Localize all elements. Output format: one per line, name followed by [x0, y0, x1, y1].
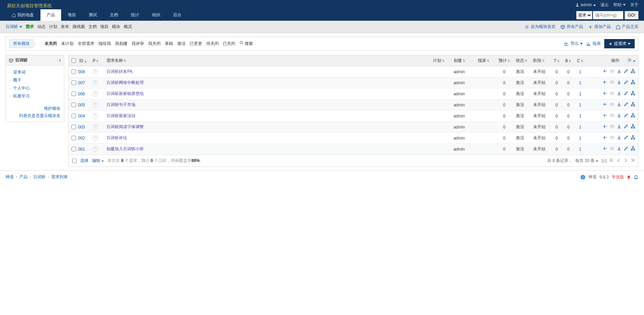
action-subdivide[interactable] — [631, 135, 635, 141]
action-change[interactable] — [603, 69, 608, 75]
col-plan[interactable]: 计划⇅ — [430, 55, 451, 66]
col-status[interactable]: 状态⇅ — [513, 55, 530, 66]
main-nav-tab-test[interactable]: 测试 — [83, 9, 104, 21]
action-change[interactable] — [603, 91, 608, 97]
col-stage[interactable]: 阶段⇅ — [530, 55, 551, 66]
filter-item[interactable]: 我关闭 — [148, 41, 161, 47]
row-checkbox[interactable] — [72, 125, 76, 129]
col-t[interactable]: T⇅ — [551, 55, 562, 66]
row-checkbox[interactable] — [72, 69, 76, 74]
page-first-button[interactable] — [610, 158, 614, 163]
action-subdivide[interactable] — [631, 113, 635, 119]
action-review[interactable] — [610, 113, 615, 119]
col-id[interactable]: ID▲ — [69, 55, 90, 66]
col-creator[interactable]: 创建⇅ — [451, 55, 475, 66]
filter-item[interactable]: 未关闭 — [45, 41, 57, 47]
per-page-selector[interactable]: 每页 20 条 — [575, 158, 598, 164]
action-review[interactable] — [610, 69, 615, 75]
breadcrumb-link[interactable]: 产品 — [19, 174, 28, 179]
filter-item[interactable]: 全部需求 — [78, 41, 94, 47]
maintain-modules-link[interactable]: 维护模块 — [9, 105, 60, 112]
story-name-link[interactable]: 百词斩新家活动 — [106, 113, 135, 118]
action-subdivide[interactable] — [631, 80, 635, 86]
story-name-link[interactable]: 百词斩阅读字体调整 — [106, 124, 144, 129]
col-estimate[interactable]: 预计⇅ — [496, 55, 513, 66]
sub-nav-item[interactable]: 需求 — [26, 24, 34, 30]
action-edit[interactable] — [624, 102, 628, 108]
action-edit[interactable] — [624, 80, 628, 86]
main-nav-tab-doc[interactable]: 文档 — [104, 9, 125, 21]
batch-edit-link[interactable]: 编辑 — [92, 158, 104, 164]
row-id-link[interactable]: 002 — [78, 136, 85, 141]
col-b[interactable]: B⇅ — [562, 55, 574, 66]
report-link[interactable]: 报表 — [586, 41, 601, 47]
main-nav-tab-dashboard[interactable]: 我的地盘 — [6, 9, 40, 21]
sub-nav-item[interactable]: 文档 — [88, 24, 97, 30]
main-nav-tab-stat[interactable]: 统计 — [125, 9, 146, 21]
action-edit[interactable] — [624, 146, 628, 152]
case-count-link[interactable]: 1 — [579, 114, 581, 118]
case-count-link[interactable]: 1 — [579, 103, 581, 107]
all-modules-tag[interactable]: 所有模块 — [9, 39, 34, 48]
action-close[interactable] — [617, 146, 622, 152]
search-input[interactable] — [593, 11, 623, 19]
search-type-select[interactable]: 需求 — [576, 11, 592, 19]
filter-item[interactable]: 待关闭 — [206, 41, 219, 47]
export-link[interactable]: 导出 — [564, 41, 583, 47]
sub-nav-item[interactable]: 路线图 — [73, 24, 85, 30]
action-subdivide[interactable] — [631, 69, 635, 75]
add-product-link[interactable]: 添加产品 — [588, 24, 611, 30]
row-id-link[interactable]: 006 — [78, 92, 85, 96]
action-review[interactable] — [610, 124, 615, 130]
action-subdivide[interactable] — [631, 91, 635, 97]
action-edit[interactable] — [624, 113, 628, 119]
sub-nav-item[interactable]: 动态 — [37, 24, 46, 30]
product-selector[interactable]: 百词斩 — [6, 24, 22, 30]
action-review[interactable] — [610, 135, 615, 141]
action-change[interactable] — [603, 146, 608, 152]
row-checkbox[interactable] — [72, 92, 76, 96]
arrow-up-icon[interactable] — [627, 175, 631, 179]
action-change[interactable] — [603, 113, 608, 119]
action-edit[interactable] — [624, 124, 628, 130]
row-id-link[interactable]: 005 — [78, 103, 85, 107]
create-story-button[interactable]: 提需求 — [604, 39, 635, 48]
action-change[interactable] — [603, 80, 608, 86]
sub-nav-item[interactable]: 发布 — [61, 24, 69, 30]
action-close[interactable] — [617, 124, 622, 130]
story-name-link[interactable]: 百词斩网络中断处理 — [106, 80, 144, 85]
case-count-link[interactable]: 1 — [579, 125, 581, 130]
filter-item[interactable]: 激活 — [177, 41, 186, 47]
case-count-link[interactable]: 1 — [579, 136, 581, 141]
story-name-link[interactable]: 创建加入百词斩小班 — [106, 146, 144, 151]
row-id-link[interactable]: 004 — [78, 114, 85, 118]
case-count-link[interactable]: 1 — [579, 147, 581, 152]
sub-nav-item[interactable]: 概况 — [124, 24, 132, 30]
filter-search[interactable]: 搜索 — [239, 41, 253, 47]
row-id-link[interactable]: 003 — [78, 125, 85, 130]
module-tree-link[interactable]: 背单词 — [13, 70, 26, 75]
module-tree-link[interactable]: 个人中心 — [13, 86, 30, 90]
case-count-link[interactable]: 1 — [579, 69, 581, 74]
row-checkbox[interactable] — [72, 103, 76, 107]
search-go-button[interactable]: GO! — [625, 11, 638, 19]
filter-item[interactable]: 已变更 — [190, 41, 202, 47]
col-settings[interactable] — [624, 55, 638, 66]
collapse-sidebar-button[interactable] — [58, 58, 61, 63]
row-checkbox[interactable] — [72, 114, 76, 118]
sub-nav-item[interactable]: 项目 — [100, 24, 108, 30]
filter-item[interactable]: 已关闭 — [223, 41, 235, 47]
action-subdivide[interactable] — [631, 102, 635, 108]
case-count-link[interactable]: 1 — [579, 80, 581, 85]
row-id-link[interactable]: 007 — [78, 80, 85, 85]
story-name-link[interactable]: 百词斩评论 — [106, 135, 127, 140]
story-name-link[interactable]: 百词斩新家锁屏壁纸 — [106, 91, 144, 96]
row-checkbox[interactable] — [72, 80, 76, 85]
about-link[interactable]: 关于 — [630, 2, 638, 7]
main-nav-tab-org[interactable]: 组织 — [146, 9, 167, 21]
user-menu[interactable]: admin — [575, 2, 597, 7]
action-change[interactable] — [603, 102, 608, 108]
col-priority[interactable]: P⇅ — [90, 55, 104, 66]
logout-link[interactable]: 退出 — [600, 2, 609, 7]
story-name-link[interactable]: 百词斩好友PK — [106, 69, 133, 74]
